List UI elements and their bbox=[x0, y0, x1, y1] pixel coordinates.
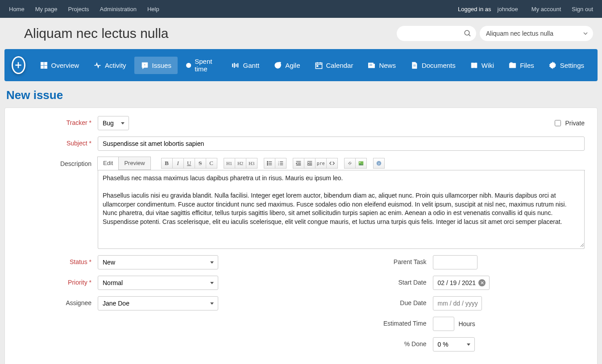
private-toggle[interactable]: Private bbox=[553, 119, 585, 128]
strike-button[interactable]: S bbox=[195, 158, 206, 169]
parent-task-label: Parent Task bbox=[299, 255, 433, 265]
search-icon[interactable] bbox=[464, 29, 472, 37]
editor-tab-edit[interactable]: Edit bbox=[97, 157, 119, 170]
tab-spent-time[interactable]: Spent time bbox=[179, 53, 224, 77]
due-date-input[interactable]: mm / dd / yyyy bbox=[433, 296, 482, 310]
tab-issues[interactable]: Issues bbox=[134, 57, 178, 74]
h3-button[interactable]: H3 bbox=[246, 158, 257, 169]
nav-home[interactable]: Home bbox=[4, 6, 30, 12]
nav-administration[interactable]: Administration bbox=[95, 6, 142, 12]
tab-agile[interactable]: Agile bbox=[267, 57, 306, 74]
nav-my-page[interactable]: My page bbox=[30, 6, 63, 12]
svg-point-31 bbox=[267, 163, 268, 164]
project-selector[interactable]: Aliquam nec lectus nulla bbox=[480, 26, 593, 41]
plus-icon bbox=[14, 61, 23, 70]
nav-sign-out[interactable]: Sign out bbox=[566, 6, 598, 12]
issues-icon bbox=[141, 61, 149, 70]
start-date-label: Start Date bbox=[299, 276, 433, 286]
nav-my-account[interactable]: My account bbox=[526, 6, 566, 12]
svg-point-50 bbox=[359, 162, 360, 163]
description-label: Description bbox=[13, 157, 98, 167]
est-time-label: Estimated Time bbox=[299, 317, 433, 327]
logged-in-label: Logged in as bbox=[458, 6, 491, 12]
tab-files[interactable]: Files bbox=[502, 57, 540, 74]
tab-news[interactable]: News bbox=[361, 57, 402, 74]
project-navbar: Overview Activity Issues Spent time Gant… bbox=[4, 49, 598, 81]
done-select[interactable]: 0 % bbox=[433, 337, 475, 352]
priority-label: Priority bbox=[13, 276, 98, 286]
outdent-button[interactable] bbox=[293, 158, 304, 169]
clock-icon bbox=[186, 61, 191, 70]
chevron-down-icon bbox=[583, 32, 588, 35]
bold-button[interactable]: B bbox=[161, 158, 173, 169]
topbar: Home My page Projects Administration Hel… bbox=[0, 0, 602, 18]
codeblock-button[interactable] bbox=[326, 158, 338, 169]
tab-overview[interactable]: Overview bbox=[33, 57, 86, 74]
page-title: New issue bbox=[6, 88, 596, 102]
start-date-input[interactable]: 02 / 19 / 2021 ✕ bbox=[433, 276, 490, 290]
tab-gantt[interactable]: Gantt bbox=[225, 57, 266, 74]
svg-rect-4 bbox=[41, 62, 43, 65]
svg-point-29 bbox=[267, 161, 268, 162]
underline-button[interactable]: U bbox=[183, 158, 195, 169]
documents-icon bbox=[410, 61, 419, 70]
tab-activity[interactable]: Activity bbox=[87, 57, 133, 74]
subject-input[interactable] bbox=[98, 136, 585, 151]
private-checkbox[interactable] bbox=[555, 120, 561, 126]
done-label: % Done bbox=[299, 337, 433, 347]
priority-select[interactable]: Normal bbox=[98, 276, 218, 290]
gantt-icon bbox=[231, 61, 240, 70]
new-issue-form: Tracker Bug Private Subject Description … bbox=[4, 108, 598, 364]
italic-button[interactable]: I bbox=[172, 158, 184, 169]
description-textarea[interactable] bbox=[98, 170, 584, 247]
h2-button[interactable]: H2 bbox=[235, 158, 246, 169]
image-button[interactable] bbox=[355, 158, 367, 169]
project-title: Aliquam nec lectus nulla bbox=[24, 26, 397, 41]
svg-rect-22 bbox=[374, 64, 375, 68]
activity-icon bbox=[93, 61, 102, 70]
gear-icon bbox=[548, 61, 557, 70]
status-select[interactable]: New bbox=[98, 255, 218, 269]
wiki-icon bbox=[470, 61, 478, 70]
dashboard-icon bbox=[40, 61, 48, 70]
hours-label: Hours bbox=[458, 320, 475, 327]
editor-toolbar: B I U S C H1 H2 H3 123 bbox=[161, 157, 385, 170]
status-label: Status bbox=[13, 255, 98, 265]
current-user-link[interactable]: johndoe bbox=[492, 6, 523, 12]
indent-button[interactable] bbox=[304, 158, 316, 169]
due-date-label: Due Date bbox=[299, 296, 433, 306]
header: Aliquam nec lectus nulla Aliquam nec lec… bbox=[0, 18, 602, 49]
h1-button[interactable]: H1 bbox=[224, 158, 235, 169]
svg-rect-20 bbox=[316, 65, 318, 66]
help-button[interactable]: ? bbox=[373, 158, 385, 169]
editor-tab-preview[interactable]: Preview bbox=[118, 157, 150, 170]
svg-rect-9 bbox=[144, 66, 145, 67]
tracker-label: Tracker bbox=[13, 116, 98, 126]
files-icon bbox=[508, 61, 517, 70]
assignee-label: Assignee bbox=[13, 296, 98, 306]
clear-date-icon[interactable]: ✕ bbox=[478, 279, 486, 286]
nav-projects[interactable]: Projects bbox=[63, 6, 95, 12]
ul-button[interactable] bbox=[264, 158, 275, 169]
calendar-icon bbox=[315, 61, 323, 70]
ol-button[interactable]: 123 bbox=[275, 158, 286, 169]
private-label: Private bbox=[565, 120, 585, 127]
pre-button[interactable]: pre bbox=[315, 158, 327, 169]
svg-point-33 bbox=[267, 165, 268, 165]
est-time-input[interactable] bbox=[433, 317, 454, 331]
code-button[interactable]: C bbox=[206, 158, 217, 169]
nav-help[interactable]: Help bbox=[142, 6, 165, 12]
svg-line-1 bbox=[469, 34, 470, 36]
new-item-fab[interactable] bbox=[12, 56, 25, 74]
tracker-select[interactable]: Bug bbox=[98, 116, 129, 130]
svg-text:3: 3 bbox=[278, 164, 279, 166]
tab-settings[interactable]: Settings bbox=[542, 57, 590, 74]
assignee-select[interactable]: Jane Doe bbox=[98, 296, 218, 310]
tab-documents[interactable]: Documents bbox=[404, 57, 462, 74]
link-button[interactable] bbox=[344, 158, 356, 169]
project-selector-value: Aliquam nec lectus nulla bbox=[486, 30, 553, 37]
agile-icon bbox=[274, 61, 282, 70]
tab-calendar[interactable]: Calendar bbox=[308, 57, 360, 74]
tab-wiki[interactable]: Wiki bbox=[464, 57, 500, 74]
parent-task-input[interactable] bbox=[433, 255, 477, 269]
